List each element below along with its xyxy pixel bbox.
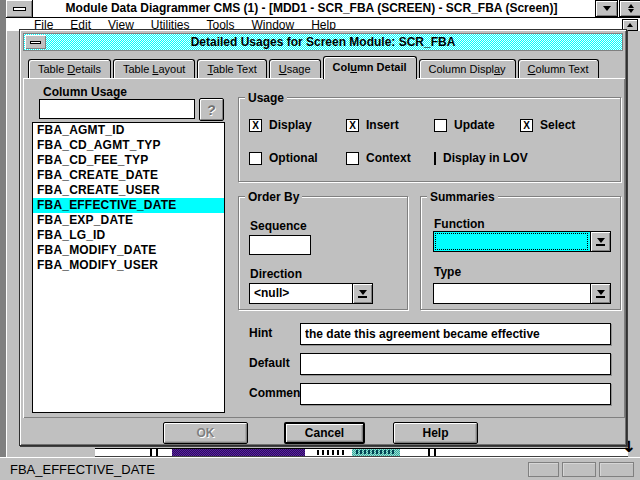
up-triangle-icon: [627, 23, 633, 27]
window-title: Module Data Diagrammer CMS (1) - [MDD1 -…: [39, 0, 584, 18]
restore-button[interactable]: [619, 0, 640, 17]
button-row: OKCancelHelp: [20, 30, 626, 445]
tab-column-display[interactable]: Column Display: [419, 59, 516, 78]
teal-segment: [352, 449, 400, 456]
tab-column-text[interactable]: Column Text: [518, 59, 599, 78]
status-text: FBA_EFFECTIVE_DATE: [10, 460, 155, 480]
down-triangle-icon: [603, 6, 611, 11]
status-panel: [528, 462, 559, 477]
down-triangle-icon: [628, 9, 634, 13]
ok-button: OK: [163, 422, 248, 444]
detailed-usages-dialog: Detailed Usages for Screen Module: SCR_F…: [19, 29, 627, 446]
system-menu-dash-icon: [13, 7, 26, 11]
tab-table-text[interactable]: Table Text: [197, 59, 266, 78]
tab-strip: Table DetailsTable LayoutTable TextUsage…: [28, 56, 599, 78]
cancel-button[interactable]: Cancel: [284, 422, 365, 444]
text-marks: [317, 450, 347, 455]
tab-table-layout[interactable]: Table Layout: [113, 59, 195, 78]
up-triangle-icon: [628, 4, 634, 8]
minimize-button[interactable]: [595, 0, 618, 17]
tab-usage[interactable]: Usage: [269, 59, 321, 78]
title-bar: Module Data Diagrammer CMS (1) - [MDD1 -…: [6, 0, 640, 18]
status-panel: [599, 462, 634, 477]
tick-mark: [434, 449, 436, 456]
tick-mark: [428, 449, 430, 456]
system-menu-button[interactable]: [6, 0, 33, 17]
background-toolbar-strip: [95, 448, 628, 457]
help-button[interactable]: Help: [393, 422, 478, 444]
tab-column-detail[interactable]: Column Detail: [323, 56, 417, 79]
screen: Module Data Diagrammer CMS (1) - [MDD1 -…: [0, 0, 640, 480]
tab-table-details[interactable]: Table Details: [28, 59, 111, 78]
tick-mark: [156, 449, 158, 456]
purple-segment: [172, 449, 305, 456]
status-bar: FBA_EFFECTIVE_DATE: [0, 457, 640, 480]
tick-mark: [150, 449, 152, 456]
status-panel: [562, 462, 596, 477]
